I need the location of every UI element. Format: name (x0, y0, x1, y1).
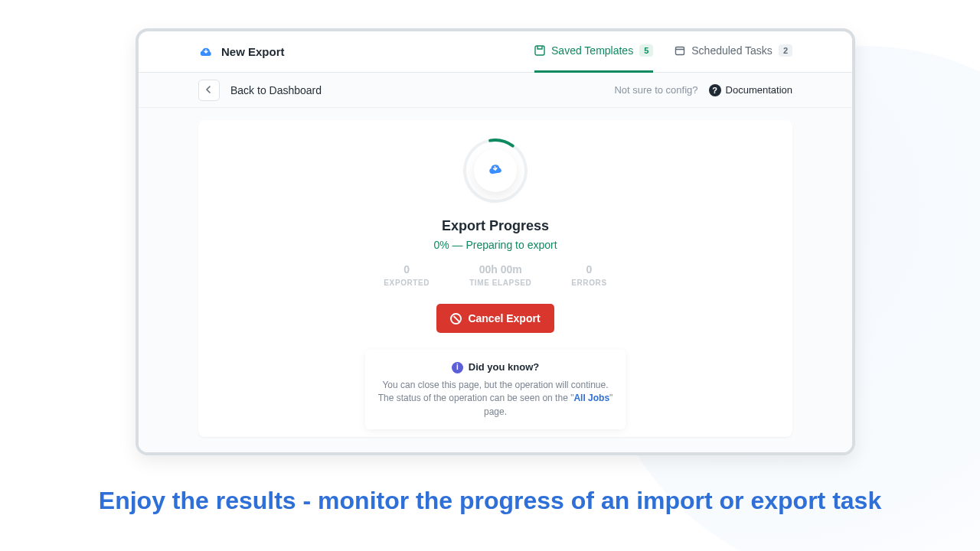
page-title-group: New Export (198, 45, 285, 58)
progress-title: Export Progress (198, 218, 792, 234)
tab-saved-templates[interactable]: Saved Templates 5 (534, 31, 653, 73)
stat-value: 0 (571, 263, 606, 276)
progress-status: 0% — Preparing to export (198, 239, 792, 251)
stat-value: 0 (384, 263, 430, 276)
svg-rect-0 (535, 46, 544, 55)
top-nav: New Export Saved Templates 5 Scheduled T… (139, 31, 852, 73)
back-button[interactable] (198, 80, 220, 101)
page-title: New Export (221, 45, 285, 58)
help-icon: ? (709, 84, 721, 96)
cancel-export-button[interactable]: Cancel Export (436, 304, 554, 333)
tip-text: page. (484, 406, 507, 417)
tip-line-2: The status of the operation can be seen … (377, 392, 613, 419)
prohibit-icon (450, 313, 462, 324)
cancel-label: Cancel Export (468, 312, 540, 324)
sub-header-right: Not sure to config? ? Documentation (614, 84, 792, 96)
config-hint: Not sure to config? (614, 84, 697, 96)
template-save-icon (534, 45, 545, 56)
svg-rect-1 (676, 47, 684, 55)
progress-spinner (462, 137, 529, 204)
tab-scheduled-tasks[interactable]: Scheduled Tasks 2 (675, 31, 792, 73)
info-tip-card: i Did you know? You can close this page,… (365, 350, 626, 429)
cloud-download-icon (487, 162, 504, 179)
arrow-left-icon (204, 83, 214, 97)
stat-label: EXPORTED (384, 279, 430, 287)
back-label[interactable]: Back to Dashboard (230, 84, 322, 96)
tab-label: Saved Templates (551, 44, 633, 57)
tab-count-badge: 5 (639, 44, 653, 57)
documentation-label: Documentation (726, 84, 792, 96)
cloud-download-icon (198, 46, 214, 58)
tip-text: The status of the operation can be seen … (378, 393, 571, 403)
documentation-link[interactable]: ? Documentation (709, 84, 792, 96)
export-progress-card: Export Progress 0% — Preparing to export… (198, 120, 792, 437)
nav-tabs: Saved Templates 5 Scheduled Tasks 2 (534, 31, 792, 73)
app-window: New Export Saved Templates 5 Scheduled T… (136, 28, 855, 455)
info-icon: i (452, 362, 463, 373)
progress-stats: 0 EXPORTED 00h 00m TIME ELAPSED 0 ERRORS (198, 263, 792, 287)
schedule-icon (675, 45, 685, 56)
stat-value: 00h 00m (469, 263, 531, 276)
stat-errors: 0 ERRORS (571, 263, 606, 287)
marketing-caption: Enjoy the results - monitor the progress… (0, 487, 980, 515)
stat-label: TIME ELAPSED (469, 279, 531, 287)
tip-heading: Did you know? (469, 360, 539, 375)
tab-count-badge: 2 (779, 44, 792, 57)
content-area: Export Progress 0% — Preparing to export… (139, 108, 852, 452)
stat-label: ERRORS (571, 279, 606, 287)
stat-exported: 0 EXPORTED (384, 263, 430, 287)
all-jobs-link[interactable]: All Jobs (573, 393, 609, 403)
spinner-core (474, 149, 517, 192)
sub-header: Back to Dashboard Not sure to config? ? … (139, 73, 852, 108)
tab-label: Scheduled Tasks (691, 44, 773, 57)
stat-elapsed: 00h 00m TIME ELAPSED (469, 263, 531, 287)
tip-line-1: You can close this page, but the operati… (377, 379, 613, 392)
tip-heading-row: i Did you know? (377, 360, 613, 375)
